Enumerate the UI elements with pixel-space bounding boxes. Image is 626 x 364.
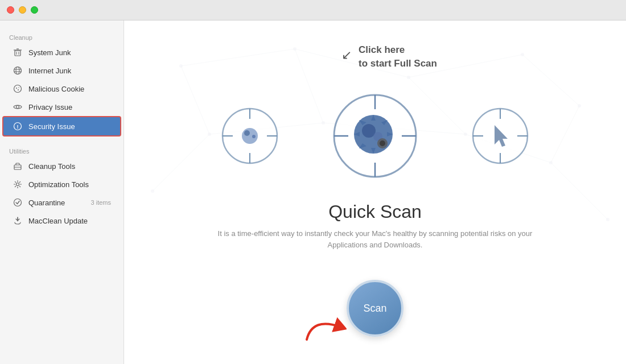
svg-point-19 bbox=[14, 199, 22, 206]
cleanup-section-label: Cleanup bbox=[0, 30, 123, 43]
quick-scan-title: Quick Scan bbox=[328, 201, 422, 222]
right-target bbox=[469, 105, 532, 167]
center-target[interactable] bbox=[327, 88, 423, 184]
svg-point-18 bbox=[17, 183, 19, 186]
globe-icon bbox=[13, 65, 23, 76]
left-crosshair-svg bbox=[219, 105, 281, 167]
svg-line-42 bbox=[153, 134, 209, 191]
shield-icon: ! bbox=[13, 121, 23, 131]
malicious-cookie-label: Malicious Cookie bbox=[28, 85, 111, 93]
system-junk-label: System Junk bbox=[28, 48, 111, 57]
svg-line-35 bbox=[181, 66, 209, 134]
main-layout: Cleanup System Junk bbox=[0, 20, 626, 364]
svg-point-61 bbox=[380, 140, 385, 146]
sidebar-item-quarantine[interactable]: Quarantine 3 items bbox=[3, 193, 120, 212]
svg-line-31 bbox=[181, 49, 295, 66]
security-issue-label: Security Issue bbox=[28, 122, 111, 131]
sidebar-item-system-junk[interactable]: System Junk bbox=[3, 43, 120, 61]
internet-junk-label: Internet Junk bbox=[28, 67, 111, 75]
content-area: ↙ Click here to start Full Scan bbox=[124, 20, 626, 364]
scan-button-label: Scan bbox=[363, 303, 386, 315]
svg-point-9 bbox=[14, 85, 22, 93]
svg-point-12 bbox=[18, 87, 19, 88]
macclean-update-label: MacClean Update bbox=[28, 217, 111, 225]
quarantine-label: Quarantine bbox=[28, 198, 85, 207]
icons-row bbox=[219, 88, 532, 184]
sidebar-item-privacy-issue[interactable]: Privacy Issue bbox=[3, 98, 120, 116]
svg-point-51 bbox=[252, 135, 256, 138]
svg-line-43 bbox=[551, 163, 608, 220]
right-crosshair-svg bbox=[469, 105, 532, 167]
scan-description: It is a time-efficient way to instantly … bbox=[204, 228, 546, 252]
close-button[interactable] bbox=[7, 6, 14, 14]
svg-point-6 bbox=[16, 67, 19, 75]
cleanup-tools-label: Cleanup Tools bbox=[28, 162, 111, 171]
svg-line-38 bbox=[551, 106, 579, 163]
sidebar-item-internet-junk[interactable]: Internet Junk bbox=[3, 61, 120, 80]
eye-icon bbox=[13, 102, 23, 112]
svg-point-50 bbox=[244, 130, 250, 136]
click-here-text2: to start Full Scan bbox=[359, 57, 437, 71]
gear-icon bbox=[13, 179, 23, 189]
minimize-button[interactable] bbox=[19, 6, 26, 14]
sidebar-item-security-issue[interactable]: ! Security Issue bbox=[2, 116, 121, 136]
center-crosshair-svg bbox=[327, 88, 423, 184]
scan-button-area: Scan bbox=[347, 280, 403, 337]
svg-point-13 bbox=[17, 106, 19, 109]
svg-point-10 bbox=[16, 88, 17, 89]
svg-point-11 bbox=[18, 89, 19, 90]
update-icon bbox=[13, 216, 23, 226]
quarantine-badge: 3 items bbox=[91, 199, 111, 206]
briefcase-icon bbox=[13, 161, 23, 171]
sidebar-item-malicious-cookie[interactable]: Malicious Cookie bbox=[3, 80, 120, 98]
scan-button[interactable]: Scan bbox=[347, 280, 403, 337]
svg-text:!: ! bbox=[17, 124, 19, 130]
svg-point-5 bbox=[14, 67, 22, 75]
left-target bbox=[219, 105, 281, 167]
quarantine-icon bbox=[13, 197, 23, 208]
sidebar-item-macclean-update[interactable]: MacClean Update bbox=[3, 212, 120, 230]
titlebar bbox=[0, 0, 626, 20]
svg-rect-0 bbox=[15, 51, 20, 56]
utilities-section-label: Utilities bbox=[0, 143, 123, 157]
scan-arrow-svg bbox=[301, 311, 347, 345]
traffic-lights bbox=[7, 6, 38, 14]
sidebar-item-cleanup-tools[interactable]: Cleanup Tools bbox=[3, 157, 120, 175]
cookie-icon bbox=[13, 84, 23, 94]
trash-icon bbox=[13, 47, 23, 57]
click-here-text: Click here bbox=[359, 43, 405, 57]
optimization-tools-label: Optimization Tools bbox=[28, 180, 111, 189]
maximize-button[interactable] bbox=[31, 6, 38, 14]
sidebar: Cleanup System Junk bbox=[0, 20, 124, 364]
privacy-issue-label: Privacy Issue bbox=[28, 103, 111, 111]
sidebar-item-optimization-tools[interactable]: Optimization Tools bbox=[3, 175, 120, 193]
